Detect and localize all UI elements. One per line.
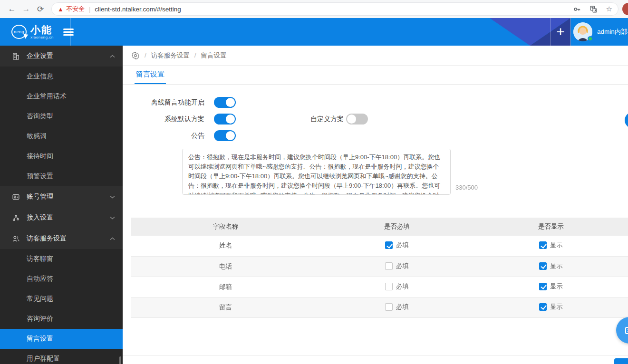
table-row: 邮箱 必填 显示 xyxy=(131,277,628,297)
url-text[interactable]: client-std.ntalker.com/#/setting xyxy=(95,6,564,13)
breadcrumb-item-visitor-service[interactable]: 访客服务设置 xyxy=(151,51,190,60)
message-settings-form: 离线留言功能开启 系统默认方案 自定义方案 公告 公告：很抱歉，现在是非服务时间… xyxy=(123,85,628,195)
visible-checkbox[interactable] xyxy=(539,283,547,290)
col-header-visible: 是否显示 xyxy=(474,218,628,236)
checkbox-label: 必填 xyxy=(396,262,409,270)
sidebar-item-company-info[interactable]: 企业信息 xyxy=(0,67,123,86)
chevron-up-icon xyxy=(110,55,115,58)
required-checkbox[interactable] xyxy=(385,262,393,270)
col-header-field-name: 字段名称 xyxy=(131,218,320,236)
checkbox-label: 显示 xyxy=(550,241,563,249)
sidebar-item-consult-type[interactable]: 咨询类型 xyxy=(0,106,123,126)
required-checkbox[interactable] xyxy=(385,283,393,290)
sidebar-item-visitor-chat-window[interactable]: 访客聊窗 xyxy=(0,249,123,269)
tabs-row: 留言设置 xyxy=(123,66,628,85)
required-checkbox[interactable] xyxy=(385,241,393,249)
browser-chrome: ← → ⟳ ▲ 不安全 | client-std.ntalker.com/#/s… xyxy=(0,0,628,18)
fields-table: 字段名称 是否必填 是否显示 姓名 必填 显示 电话 必填 显示 邮箱 xyxy=(131,218,628,318)
sidebar-item-common-phrases[interactable]: 企业常用话术 xyxy=(0,86,123,106)
breadcrumb-separator: / xyxy=(194,52,196,59)
main-content: / 访客服务设置 / 留言设置 留言设置 离线留言功能开启 系统默认方案 自定义… xyxy=(123,46,628,364)
sidebar: 企业设置 企业信息 企业常用话术 咨询类型 敏感词 接待时间 预警设置 账号管理… xyxy=(0,46,123,364)
key-icon[interactable] xyxy=(573,5,581,13)
field-name: 留言 xyxy=(131,297,320,317)
sidebar-item-sensitive-words[interactable]: 敏感词 xyxy=(0,126,123,146)
people-icon xyxy=(11,234,20,243)
checkbox-label: 显示 xyxy=(550,303,563,311)
warning-icon: ▲ xyxy=(58,6,64,13)
chevron-up-icon xyxy=(110,237,115,240)
app-header: neng 小能 xiaoneng.cn + admin内部客 xyxy=(0,18,628,46)
sidebar-group-visitor-service-settings[interactable]: 访客服务设置 xyxy=(0,228,123,249)
checkbox-label: 必填 xyxy=(396,241,409,249)
table-row: 电话 必填 显示 xyxy=(131,256,628,277)
building-icon xyxy=(11,52,20,60)
sidebar-group-account-management[interactable]: 账号管理 xyxy=(0,186,123,207)
checkbox-label: 显示 xyxy=(550,282,563,291)
address-bar[interactable]: ▲ 不安全 | client-std.ntalker.com/#/setting… xyxy=(51,2,618,16)
custom-plan-toggle[interactable] xyxy=(346,114,368,125)
chevron-down-icon xyxy=(110,195,115,199)
bottom-edge-button[interactable] xyxy=(614,358,628,364)
sidebar-item-message-settings[interactable]: 留言设置 xyxy=(0,329,123,349)
nodes-icon xyxy=(11,213,20,222)
browser-profile-icon[interactable] xyxy=(622,3,628,15)
tab-message-settings[interactable]: 留言设置 xyxy=(135,70,166,84)
gear-icon xyxy=(131,51,140,60)
menu-toggle-icon[interactable] xyxy=(63,27,74,37)
checkbox-label: 必填 xyxy=(396,303,409,311)
breadcrumb-separator: / xyxy=(145,52,146,59)
announcement-label: 公告 xyxy=(123,132,214,140)
forward-icon[interactable]: → xyxy=(19,2,33,16)
char-counter: 330/500 xyxy=(455,184,478,191)
online-status-dot xyxy=(588,36,593,41)
system-default-plan-toggle[interactable] xyxy=(214,114,236,125)
user-zone[interactable]: admin内部客 xyxy=(573,18,628,46)
security-warning[interactable]: 不安全 xyxy=(66,5,85,13)
translate-icon[interactable] xyxy=(589,5,598,13)
system-default-plan-label: 系统默认方案 xyxy=(123,115,214,124)
refresh-icon[interactable]: ⟳ xyxy=(33,2,48,16)
chevron-down-icon xyxy=(110,216,115,220)
offline-message-toggle[interactable] xyxy=(214,97,236,108)
visible-checkbox[interactable] xyxy=(539,262,547,270)
header-divider xyxy=(70,18,71,46)
logo-bubble-icon: neng xyxy=(11,25,27,39)
back-icon[interactable]: ← xyxy=(5,2,19,16)
visible-checkbox[interactable] xyxy=(539,241,547,249)
table-row: 姓名 必填 显示 xyxy=(131,236,628,256)
breadcrumb: / 访客服务设置 / 留言设置 xyxy=(123,46,628,66)
checkbox-label: 显示 xyxy=(550,262,563,270)
breadcrumb-item-message-settings[interactable]: 留言设置 xyxy=(201,51,227,60)
avatar[interactable] xyxy=(573,22,592,41)
user-name: admin内部客 xyxy=(597,28,628,36)
field-name: 姓名 xyxy=(131,236,320,256)
field-name: 邮箱 xyxy=(131,277,320,297)
logo-text: 小能 xyxy=(30,25,54,35)
logo-subtext: xiaoneng.cn xyxy=(30,35,54,39)
sidebar-item-reception-time[interactable]: 接待时间 xyxy=(0,146,123,166)
omnibox-divider: | xyxy=(89,6,90,13)
checkbox-label: 必填 xyxy=(396,282,409,291)
custom-plan-label: 自定义方案 xyxy=(310,115,344,124)
header-separator xyxy=(570,18,571,46)
visible-checkbox[interactable] xyxy=(539,303,547,311)
sidebar-item-faq[interactable]: 常见问题 xyxy=(0,289,123,309)
star-icon[interactable]: ☆ xyxy=(606,5,612,13)
add-button[interactable]: + xyxy=(551,18,570,46)
announcement-textarea[interactable]: 公告：很抱歉，现在是非服务时间，建议您换个时间段（早上9:00-下午18:00）… xyxy=(182,149,451,195)
offline-message-label: 离线留言功能开启 xyxy=(123,98,214,107)
sidebar-item-consult-evaluation[interactable]: 咨询评价 xyxy=(0,309,123,329)
required-checkbox[interactable] xyxy=(385,303,393,311)
sidebar-item-user-group-config[interactable]: 用户群配置 xyxy=(0,349,123,364)
app-logo[interactable]: neng 小能 xiaoneng.cn xyxy=(11,25,54,39)
sidebar-item-alert-settings[interactable]: 预警设置 xyxy=(0,166,123,186)
id-card-icon xyxy=(11,192,20,201)
sidebar-group-enterprise-settings[interactable]: 企业设置 xyxy=(0,46,123,67)
content-bottom-divider xyxy=(123,355,628,356)
sidebar-item-auto-reply[interactable]: 自动应答 xyxy=(0,269,123,289)
sidebar-group-access-settings[interactable]: 接入设置 xyxy=(0,207,123,228)
field-name: 电话 xyxy=(131,256,320,277)
sidebar-scrollbar[interactable] xyxy=(119,356,121,364)
announcement-toggle[interactable] xyxy=(214,130,236,141)
